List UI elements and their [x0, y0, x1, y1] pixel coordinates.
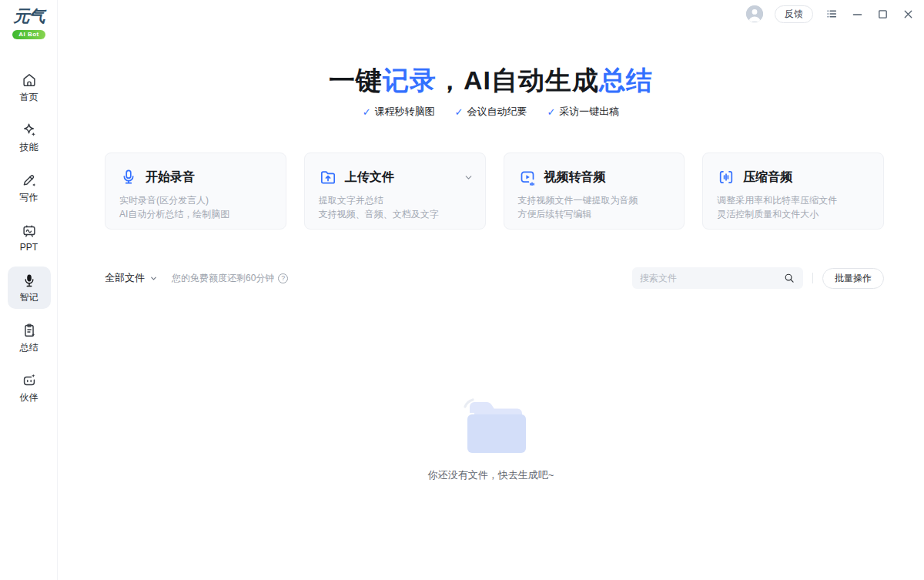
file-toolbar: 全部文件 您的免费额度还剩60分钟 ? 批量操作	[105, 267, 884, 289]
maximize-icon[interactable]	[875, 7, 889, 21]
titlebar: 反馈	[746, 5, 915, 23]
sidebar-item-home[interactable]: 首页	[0, 66, 58, 116]
card-title: 开始录音	[146, 169, 195, 186]
title-part: 一键	[329, 65, 383, 95]
sidebar: 元气 AI Bot 首页 技能	[0, 0, 58, 580]
clipboard-icon	[21, 322, 38, 339]
sidebar-item-ppt[interactable]: PPT	[0, 216, 58, 267]
sidebar-item-label: 首页	[20, 91, 38, 104]
card-description: 调整采用率和比特率压缩文件 灵活控制质量和文件大小	[717, 193, 869, 221]
card-description: 实时录音(区分发言人) AI自动分析总结，绘制脑图	[119, 193, 272, 221]
close-icon[interactable]	[901, 7, 915, 21]
app-logo: 元气 AI Bot	[0, 7, 58, 39]
check-icon: ✓	[455, 106, 464, 118]
title-part-highlight: 总结	[599, 65, 653, 95]
sidebar-item-smart-notes[interactable]: 智记	[0, 267, 58, 317]
search-icon[interactable]	[783, 272, 795, 284]
empty-state-message: 你还没有文件，快去生成吧~	[428, 468, 554, 482]
chevron-down-icon[interactable]	[464, 173, 474, 183]
search-box[interactable]	[632, 267, 803, 289]
sidebar-nav: 首页 技能 写作 PPT	[0, 66, 58, 417]
card-desc-line: 支持视频、音频、文档及文字	[319, 207, 471, 221]
feedback-button[interactable]: 反馈	[775, 5, 813, 23]
video-to-audio-card[interactable]: 视频转音频 支持视频文件一键提取为音频 方便后续转写编辑	[504, 153, 685, 230]
sidebar-item-label: 智记	[20, 291, 38, 304]
action-cards: 开始录音 实时录音(区分发言人) AI自动分析总结，绘制脑图 上传文件 提取文字…	[105, 153, 884, 230]
check-icon: ✓	[363, 106, 371, 118]
empty-state: 你还没有文件，快去生成吧~	[58, 390, 924, 482]
minimize-icon[interactable]	[850, 7, 864, 21]
feature-text: 课程秒转脑图	[375, 105, 435, 119]
start-recording-card[interactable]: 开始录音 实时录音(区分发言人) AI自动分析总结，绘制脑图	[105, 153, 286, 230]
compress-audio-card[interactable]: 压缩音频 调整采用率和比特率压缩文件 灵活控制质量和文件大小	[702, 153, 884, 230]
feature-text: 采访一键出稿	[559, 105, 619, 119]
empty-folder-illustration	[444, 390, 539, 464]
sidebar-item-label: 写作	[20, 191, 38, 204]
video-to-audio-icon	[518, 168, 537, 186]
avatar[interactable]	[746, 5, 763, 22]
feature-text: 会议自动纪要	[467, 105, 527, 119]
batch-operations-button[interactable]: 批量操作	[822, 268, 884, 289]
title-part-highlight: 记录	[383, 65, 437, 95]
card-desc-line: 实时录音(区分发言人)	[119, 193, 272, 207]
page-title: 一键记录，AI自动生成总结	[58, 65, 924, 96]
feature-item: ✓采访一键出稿	[547, 105, 619, 119]
compress-audio-icon	[717, 168, 735, 186]
sidebar-item-writing[interactable]: 写作	[0, 166, 58, 216]
file-filter-dropdown[interactable]: 全部文件	[105, 271, 158, 285]
sparkle-icon	[21, 122, 38, 139]
home-icon	[21, 72, 38, 89]
chevron-down-icon	[149, 274, 158, 283]
card-title: 上传文件	[345, 169, 394, 186]
presentation-icon	[21, 223, 38, 240]
free-quota-text: 您的免费额度还剩60分钟 ?	[172, 272, 288, 285]
feature-item: ✓会议自动纪要	[455, 105, 527, 119]
app-logo-badge: AI Bot	[12, 30, 45, 39]
card-description: 支持视频文件一键提取为音频 方便后续转写编辑	[518, 193, 671, 221]
microphone-filled-icon	[21, 272, 38, 289]
divider	[812, 273, 813, 283]
feature-list: ✓课程秒转脑图 ✓会议自动纪要 ✓采访一键出稿	[58, 105, 924, 119]
check-icon: ✓	[547, 106, 555, 118]
menu-list-icon[interactable]	[825, 7, 839, 21]
card-desc-line: 方便后续转写编辑	[518, 207, 671, 221]
sidebar-item-label: 伙伴	[20, 391, 38, 404]
robot-icon	[21, 372, 38, 389]
card-description: 提取文字并总结 支持视频、音频、文档及文字	[319, 193, 471, 221]
card-desc-line: 灵活控制质量和文件大小	[717, 207, 869, 221]
help-icon[interactable]: ?	[278, 273, 288, 283]
file-filter-label: 全部文件	[105, 271, 145, 285]
search-input[interactable]	[640, 273, 783, 283]
upload-folder-icon	[319, 168, 337, 186]
card-desc-line: 提取文字并总结	[319, 193, 471, 207]
pen-icon	[21, 172, 38, 189]
sidebar-item-partner[interactable]: 伙伴	[0, 367, 58, 417]
quota-label: 您的免费额度还剩60分钟	[172, 272, 274, 285]
app-logo-text: 元气	[0, 7, 58, 25]
card-title: 视频转音频	[544, 169, 606, 186]
card-desc-line: AI自动分析总结，绘制脑图	[119, 207, 272, 221]
card-desc-line: 支持视频文件一键提取为音频	[518, 193, 671, 207]
record-mic-icon	[119, 168, 138, 186]
sidebar-item-label: 总结	[20, 341, 38, 354]
card-title: 压缩音频	[743, 169, 792, 186]
title-part: ，AI自动生成	[437, 65, 599, 95]
sidebar-item-label: 技能	[20, 141, 38, 154]
sidebar-item-skills[interactable]: 技能	[0, 116, 58, 166]
sidebar-item-label: PPT	[20, 242, 38, 253]
card-desc-line: 调整采用率和比特率压缩文件	[717, 193, 869, 207]
feature-item: ✓课程秒转脑图	[363, 105, 435, 119]
file-toolbar-right: 批量操作	[632, 267, 884, 289]
sidebar-item-summary[interactable]: 总结	[0, 317, 58, 367]
upload-file-card[interactable]: 上传文件 提取文字并总结 支持视频、音频、文档及文字	[304, 153, 486, 230]
